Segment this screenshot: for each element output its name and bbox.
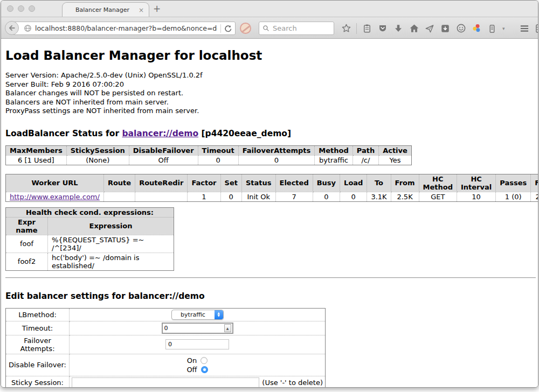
window-zoom-button[interactable] [29, 5, 35, 12]
blocked-icon[interactable] [240, 23, 251, 34]
cell-method: bytraffic [315, 155, 353, 165]
back-button[interactable] [5, 21, 19, 35]
color-dots-icon[interactable] [471, 23, 482, 34]
col-load: Load [340, 174, 367, 192]
window-controls [7, 5, 35, 12]
select-arrows-icon: ▲▼ [215, 310, 223, 319]
failover-input[interactable] [165, 339, 229, 349]
col-maxmembers: MaxMembers [6, 145, 67, 155]
cell-load: 0 [340, 192, 367, 201]
balancer-link[interactable]: balancer://demo [122, 129, 198, 138]
sticky-hint: (Use '-' to delete) [262, 379, 323, 387]
balancer-table: MaxMembers StickySession DisableFailover… [5, 145, 412, 165]
home-icon[interactable] [409, 23, 419, 34]
cell-from: 2.5K [391, 192, 419, 201]
cell-status: Init Ok [241, 192, 275, 201]
tab-close-icon[interactable]: × [138, 6, 144, 14]
battery-icon[interactable] [487, 23, 497, 34]
col-from: From [391, 174, 419, 192]
timeout-field-wrap: ▲ [162, 323, 233, 334]
clipboard-icon[interactable] [362, 23, 372, 34]
toolbar-separator [356, 23, 357, 34]
worker-url-link[interactable]: http://www.example.com/ [10, 193, 100, 201]
bookmark-star-icon[interactable] [341, 23, 351, 34]
grid-icon[interactable] [535, 23, 538, 34]
download-arrow-icon[interactable] [393, 23, 404, 34]
col-path: Path [353, 145, 378, 155]
browser-window: Balancer Manager × + [1, 0, 538, 388]
back-icon [8, 24, 16, 32]
section-divider [5, 277, 536, 278]
col-stickysession: StickySession [66, 145, 129, 155]
health-table-row: foof %{REQUEST_STATUS} =~ /^[234]/ [6, 235, 174, 253]
window-close-button[interactable] [7, 5, 13, 12]
cell-expression-2: hc('body') =~ /domain is established/ [48, 253, 174, 270]
toolbar-icons: ▾ [341, 17, 538, 39]
pocket-icon[interactable] [377, 23, 388, 34]
dropdown-caret-icon[interactable]: ▾ [502, 26, 505, 31]
disable-failover-off-radio[interactable] [201, 366, 208, 373]
cell-set: 0 [220, 192, 241, 201]
cell-stickysession: (None) [66, 155, 129, 165]
worker-table-header-row: Worker URL Route RouteRedir Factor Set S… [6, 174, 538, 192]
status-heading-suffix: [p4420eeae_demo] [198, 129, 291, 138]
col-factor: Factor [188, 174, 220, 192]
balancer-table-row: 6 [1 Used] (None) Off 0 0 bytraffic /c/ … [6, 155, 412, 165]
disable-failover-on-radio[interactable] [201, 357, 208, 364]
cell-hc-interval: 10 [457, 192, 495, 201]
sticky-session-row: Sticky Session: (Use '-' to delete) [6, 376, 326, 388]
cell-fails: 2 (0) [531, 192, 538, 201]
col-failoverattempts: FailoverAttempts [238, 145, 315, 155]
lbmethod-select[interactable]: bytraffic ▲▼ [171, 310, 224, 320]
navigation-toolbar: ▾ [1, 17, 538, 39]
search-input[interactable] [273, 24, 330, 32]
lbmethod-row: LBmethod: bytraffic ▲▼ [6, 308, 326, 321]
number-stepper-icon[interactable]: ▲ [224, 324, 231, 332]
sticky-label: Sticky Session: [6, 376, 70, 388]
timeout-label: Timeout: [6, 321, 70, 335]
cell-failoverattempts: 0 [238, 155, 315, 165]
menu-icon[interactable] [519, 23, 530, 34]
col-method: Method [315, 145, 353, 155]
url-separator [220, 24, 221, 33]
cell-passes: 1 (0) [496, 192, 531, 201]
cell-expression-1: %{REQUEST_STATUS} =~ /^[234]/ [48, 235, 174, 253]
send-plane-icon[interactable] [424, 23, 435, 34]
edit-balancer-form: LBmethod: bytraffic ▲▼ Timeout: ▲ [5, 308, 326, 388]
page-content: Load Balancer Manager for localhost Serv… [1, 39, 538, 388]
new-tab-button[interactable]: + [153, 3, 161, 14]
cell-to: 3.1K [367, 192, 391, 201]
lbmethod-label: LBmethod: [6, 308, 70, 321]
notice-balancers: Balancers are NOT inherited from main se… [5, 98, 534, 107]
timeout-input[interactable] [163, 325, 224, 332]
sticky-session-input[interactable] [72, 377, 259, 388]
page-title: Load Balancer Manager for localhost [5, 48, 534, 62]
cell-busy: 0 [313, 192, 340, 201]
browser-tab[interactable]: Balancer Manager × [62, 2, 149, 17]
failover-label: Failover Attempts: [6, 335, 70, 354]
search-bar[interactable] [259, 22, 334, 35]
save-box-icon[interactable] [440, 23, 451, 34]
url-bar[interactable] [12, 22, 236, 35]
cell-disablefailover: Off [129, 155, 198, 165]
window-minimize-button[interactable] [18, 5, 24, 12]
reload-icon[interactable] [224, 25, 232, 32]
radio-on-label: On [187, 356, 197, 365]
cell-hc-method: GET [419, 192, 457, 201]
balancer-table-header-row: MaxMembers StickySession DisableFailover… [6, 145, 412, 155]
edit-heading: Edit balancer settings for balancer://de… [5, 291, 534, 301]
col-passes: Passes [496, 174, 531, 192]
col-disablefailover: DisableFailover [129, 145, 198, 155]
disable-failover-row: Disable Failover: On Off [6, 354, 326, 376]
tab-bar: Balancer Manager × + [1, 1, 538, 17]
url-input[interactable] [35, 24, 217, 32]
disable-failover-label: Disable Failover: [6, 354, 70, 376]
cell-timeout: 0 [198, 155, 238, 165]
tab-title: Balancer Manager [67, 6, 138, 13]
smiley-icon[interactable] [455, 23, 466, 34]
col-to: To [367, 174, 391, 192]
server-built: Server Built: Feb 9 2016 07:00:20 [5, 80, 534, 89]
health-table-title: Health check cond. expressions: [6, 207, 174, 217]
col-status: Status [241, 174, 275, 192]
status-heading-prefix: LoadBalancer Status for [5, 129, 122, 138]
